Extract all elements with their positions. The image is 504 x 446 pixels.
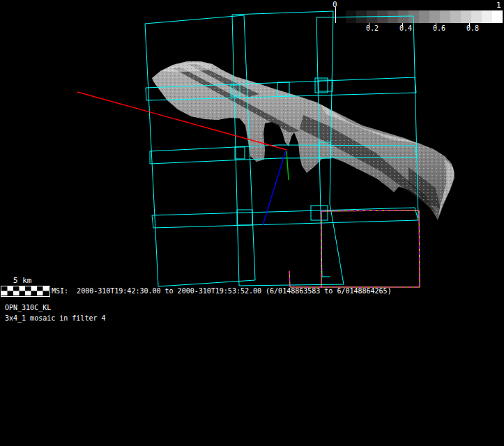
opnav-display-root: 0 1 0.20.40.60.8 5 km MSI: 2000-310T19:4… — [0, 0, 504, 446]
asteroid-mesh — [152, 61, 455, 220]
vector-blue — [263, 151, 286, 225]
colorbar-tick-label: 0.4 — [397, 24, 415, 32]
colorbar-max-label: 1 — [496, 1, 501, 10]
scale-bar-label: 5 km — [13, 277, 32, 285]
scale-bar-checker — [1, 286, 50, 297]
colorbar-min-label: 0 — [333, 1, 337, 9]
render-canvas[interactable] — [0, 0, 504, 446]
colorbar-tick-label: 0.8 — [464, 24, 482, 32]
colorbar-tick-label: 0.6 — [430, 24, 448, 32]
opnav-sequence-id: OPN_310C_KL — [5, 304, 51, 312]
colorbar-tick-label: 0.2 — [363, 24, 381, 32]
vector-green — [287, 151, 289, 180]
mosaic-description: 3x4_1 mosaic in filter 4 — [5, 314, 106, 323]
status-line: MSI: 2000-310T19:42:30.00 to 2000-310T19… — [52, 287, 392, 295]
